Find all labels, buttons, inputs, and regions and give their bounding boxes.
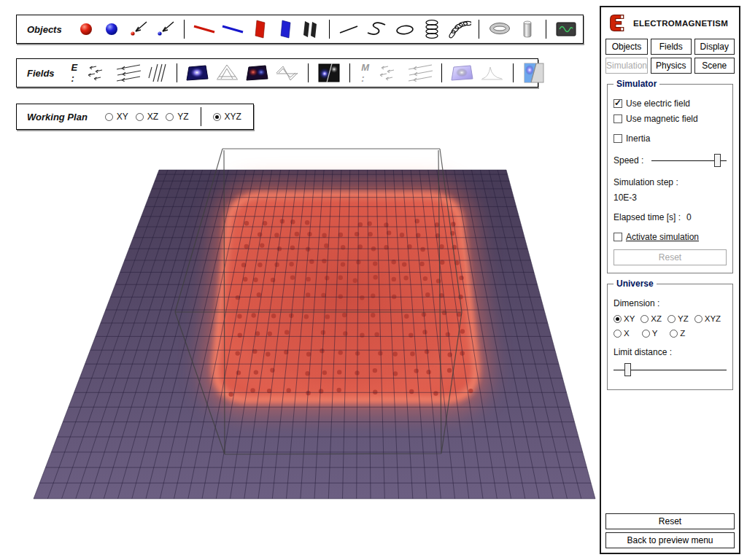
dimension-xz-radio[interactable]: XZ <box>640 314 662 323</box>
limit-distance-row <box>614 362 727 377</box>
back-to-preview-menu-button[interactable]: Back to preview menu <box>605 532 735 548</box>
app-title: ELECTROMAGNETISM <box>633 19 728 28</box>
dimension-z-radio[interactable]: Z <box>670 329 685 338</box>
universe-groupbox: Universe Dimension : XY XZ YZ XYZ <box>607 284 733 390</box>
checkbox-label: Inertia <box>626 133 650 144</box>
radio-indicator <box>640 315 649 323</box>
display-nav-button[interactable]: Display <box>694 39 735 55</box>
dimension-yz-radio[interactable]: YZ <box>667 314 689 323</box>
radio-indicator <box>614 330 622 338</box>
reset-button[interactable]: Reset <box>605 513 735 529</box>
inertia-checkbox[interactable]: Inertia <box>614 133 727 144</box>
objects-nav-button[interactable]: Objects <box>605 39 648 55</box>
radio-label: XYZ <box>705 314 721 323</box>
checkbox-indicator <box>614 114 622 123</box>
app-window: Objects <box>0 0 747 560</box>
scene-nav-button[interactable]: Scene <box>694 58 735 74</box>
limit-distance-label: Limit distance : <box>614 347 727 357</box>
radio-indicator <box>614 315 622 323</box>
checkbox-label: Use electric field <box>626 98 690 109</box>
simulator-reset-row: Reset <box>614 249 727 265</box>
use-electric-field-checkbox[interactable]: Use electric field <box>614 98 727 109</box>
radio-indicator <box>670 330 678 338</box>
dimension-radio-row-1: XY XZ YZ XYZ <box>614 314 727 323</box>
speed-slider[interactable] <box>651 153 727 168</box>
elapsed-time-label: Elapsed time [s] : <box>614 212 681 222</box>
control-sidebar: ELECTROMAGNETISM Objects Fields Display … <box>600 6 740 554</box>
magnet-e-logo-icon <box>608 13 627 33</box>
elapsed-time-row: Elapsed time [s] : 0 <box>614 212 727 222</box>
sidebar-footer: Reset Back to preview menu <box>605 513 735 548</box>
limit-distance-slider-thumb[interactable] <box>624 363 631 376</box>
simulation-step-value: 10E-3 <box>614 192 727 203</box>
simulation-nav-button[interactable]: Simulation <box>605 58 648 74</box>
speed-slider-thumb[interactable] <box>714 154 721 167</box>
radio-label: Y <box>652 329 658 338</box>
elapsed-time-value: 0 <box>686 212 692 222</box>
dimension-radio-row-2: X Y Z <box>614 329 727 338</box>
radio-label: X <box>624 329 630 338</box>
universe-legend: Universe <box>614 279 657 289</box>
simulator-reset-button[interactable]: Reset <box>614 249 727 265</box>
simulator-legend: Simulator <box>614 79 659 89</box>
use-magnetic-field-checkbox[interactable]: Use magnetic field <box>614 114 727 124</box>
dimension-xyz-radio[interactable]: XYZ <box>694 314 721 323</box>
dimension-y-radio[interactable]: Y <box>642 329 658 338</box>
checkbox-indicator <box>614 99 622 108</box>
dimension-label: Dimension : <box>614 298 727 308</box>
checkbox-label: Activate simulation <box>626 232 699 242</box>
physics-nav-button[interactable]: Physics <box>651 58 691 74</box>
limit-distance-slider[interactable] <box>614 362 727 377</box>
potential-surface-3d-view[interactable] <box>0 0 600 560</box>
radio-label: XZ <box>651 314 662 323</box>
dimension-xy-radio[interactable]: XY <box>614 314 635 323</box>
simulation-step-label: Simulation step : <box>614 177 727 187</box>
radio-label: XY <box>624 314 635 323</box>
sidebar-header: ELECTROMAGNETISM <box>601 7 739 37</box>
dimension-x-radio[interactable]: X <box>614 329 630 338</box>
radio-label: YZ <box>678 314 689 323</box>
sidebar-nav: Objects Fields Display Simulation Physic… <box>601 37 739 74</box>
simulator-groupbox: Simulator Use electric field Use magneti… <box>607 84 733 273</box>
radio-indicator <box>667 315 676 323</box>
checkbox-label: Use magnetic field <box>626 114 698 124</box>
speed-label: Speed : <box>614 155 651 166</box>
activate-simulation-checkbox[interactable]: Activate simulation <box>614 232 727 242</box>
radio-indicator <box>642 330 650 338</box>
radio-indicator <box>694 315 703 323</box>
radio-label: Z <box>680 329 685 338</box>
speed-row: Speed : <box>614 153 727 168</box>
fields-nav-button[interactable]: Fields <box>651 39 691 55</box>
checkbox-indicator <box>614 233 622 241</box>
checkbox-indicator <box>614 134 622 143</box>
